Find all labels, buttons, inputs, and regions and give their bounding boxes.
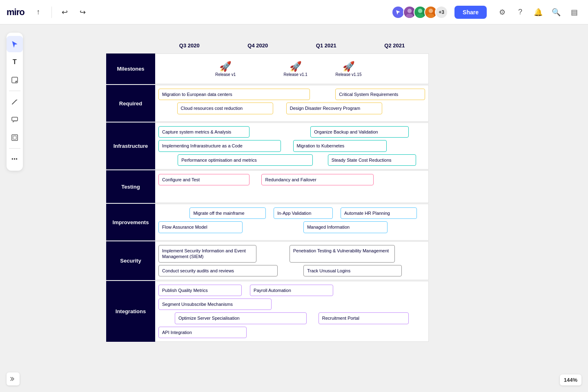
svg-point-2 — [418, 9, 423, 13]
milestone-v11-icon: 🚀 — [290, 61, 302, 72]
card-cloud[interactable]: Cloud resources cost reduction — [177, 102, 273, 114]
search-icon-button[interactable]: 🔍 — [549, 5, 564, 20]
testing-label: Testing — [106, 170, 155, 203]
svg-rect-9 — [12, 135, 18, 140]
improvements-content: Migrate off the mainframe In-App Validat… — [155, 204, 429, 241]
infrastructure-content: Capture system metrics & Analysis Organi… — [155, 122, 429, 169]
notifications-icon-button[interactable]: 🔔 — [531, 5, 546, 20]
integrations-row-4: API Integration — [158, 327, 425, 338]
card-flow[interactable]: Flow Assurance Model — [158, 221, 243, 233]
toolbar-divider-2 — [9, 148, 20, 149]
card-critical[interactable]: Critical System Requirements — [335, 89, 425, 100]
card-optimize[interactable]: Optimize Server Specialisation — [175, 312, 307, 324]
collapse-button[interactable] — [7, 372, 20, 385]
card-performance[interactable]: Performance optimisation and metrics — [178, 154, 313, 166]
divider-1 — [51, 7, 52, 18]
card-penetration[interactable]: Penetration Testing & Vulnerability Mana… — [290, 245, 395, 263]
card-migrate[interactable]: Migrate off the mainframe — [189, 207, 266, 219]
card-segment[interactable]: Segment Unsubscribe Mechanisms — [158, 298, 272, 310]
undo-button[interactable]: ↩ — [58, 5, 72, 20]
spacer-int3c — [411, 312, 425, 324]
card-recruitment[interactable]: Recruitment Portal — [318, 312, 409, 324]
required-content: Migration to European data centers Criti… — [155, 85, 429, 122]
improvements-row-1: Migrate off the mainframe In-App Validat… — [158, 207, 425, 219]
spacer-int3b — [309, 312, 316, 324]
sticky-tool[interactable] — [7, 72, 23, 88]
logo: miro — [7, 7, 24, 18]
spacer-i2b — [389, 140, 425, 151]
milestone-v115-icon: 🚀 — [343, 61, 355, 72]
milestone-v11-label: Release v1.1 — [283, 72, 307, 77]
svg-point-3 — [416, 13, 424, 18]
spacer-t1 — [252, 174, 259, 185]
card-capture[interactable]: Capture system metrics & Analysis — [158, 126, 249, 138]
toolbar-divider — [9, 91, 20, 91]
spacer-i3c — [419, 154, 425, 166]
quarter-q4: Q4 2020 — [224, 41, 292, 50]
settings-icon-button[interactable]: ⚙ — [495, 5, 510, 20]
quarter-q2: Q2 2021 — [361, 41, 429, 50]
milestone-v115-label: Release v1.15 — [336, 72, 362, 77]
improvements-row-2: Flow Assurance Model Managed Information — [158, 221, 425, 233]
card-disaster[interactable]: Design Disaster Recovery Program — [286, 102, 382, 114]
upload-button[interactable]: ↑ — [31, 5, 46, 20]
help-icon-button[interactable]: ? — [513, 5, 528, 20]
svg-point-5 — [427, 13, 434, 18]
frame-tool[interactable] — [7, 129, 23, 146]
spacer-i1b — [411, 126, 425, 138]
card-api[interactable]: API Integration — [158, 327, 247, 338]
svg-rect-10 — [13, 136, 16, 139]
canvas[interactable]: Q3 2020 Q4 2020 Q1 2021 Q2 2021 Mileston… — [0, 24, 588, 392]
integrations-row-2: Segment Unsubscribe Mechanisms — [158, 298, 425, 310]
security-content: Implement Security Information and Event… — [155, 241, 429, 280]
security-row-1: Implement Security Information and Event… — [158, 245, 425, 263]
spacer-int2a — [274, 298, 425, 310]
spacer-sec1b — [397, 245, 425, 263]
spacer-i3a — [158, 154, 175, 166]
testing-row-1: Configure and Test Redundancy and Failov… — [158, 174, 425, 185]
milestone-v11: 🚀 Release v1.1 — [283, 54, 307, 84]
card-organize[interactable]: Organize Backup and Validation — [310, 126, 408, 138]
card-implementing[interactable]: Implementing Infrarastructure as a Code — [158, 140, 281, 151]
milestone-v1-label: Release v1 — [215, 72, 236, 77]
card-configure[interactable]: Configure and Test — [158, 174, 249, 185]
card-kubernetes[interactable]: Migration to Kubernetes — [293, 140, 387, 151]
improvements-label: Improvements — [106, 204, 155, 241]
panel-icon-button[interactable]: ▤ — [567, 5, 581, 20]
pen-tool[interactable] — [7, 94, 23, 110]
cursor-avatar — [392, 7, 404, 18]
spacer-imp1d — [419, 207, 425, 219]
security-row-2: Conduct security audits and reviews Trac… — [158, 265, 425, 276]
card-publish[interactable]: Publish Quality Metrics — [158, 285, 242, 296]
card-payroll[interactable]: Payroll Automation — [250, 285, 333, 296]
text-tool[interactable]: T — [7, 54, 23, 70]
more-tools[interactable]: ••• — [7, 151, 23, 167]
integrations-row-3: Optimize Server Specialisation Recruitme… — [158, 312, 425, 324]
card-audits[interactable]: Conduct security audits and reviews — [158, 265, 278, 276]
card-inapp[interactable]: In-App Validation — [274, 207, 333, 219]
card-automate[interactable]: Automate HR Planning — [341, 207, 417, 219]
spacer-r1 — [312, 89, 333, 100]
required-row-2: Cloud resources cost reduction Design Di… — [158, 102, 425, 114]
svg-point-1 — [406, 13, 413, 18]
card-redundancy[interactable]: Redundancy and Failover — [261, 174, 374, 185]
avatar-count: +3 — [435, 6, 448, 19]
spacer-r2a — [158, 102, 175, 114]
share-button[interactable]: Share — [454, 6, 487, 19]
card-managed[interactable]: Managed Information — [303, 221, 388, 233]
integrations-label: Integrations — [106, 281, 155, 342]
comment-tool[interactable] — [7, 111, 23, 128]
card-migration[interactable]: Migration to European data centers — [158, 89, 310, 100]
quarter-q1: Q1 2021 — [292, 41, 361, 50]
avatar-group: +3 — [392, 6, 448, 19]
redo-button[interactable]: ↪ — [76, 5, 90, 20]
cursor-tool[interactable] — [7, 36, 23, 52]
card-unusual[interactable]: Track Unusual Logins — [303, 265, 401, 276]
card-steady[interactable]: Steady State Cost Reductions — [328, 154, 416, 166]
integrations-content: Publish Quality Metrics Payroll Automati… — [155, 281, 429, 342]
card-siem[interactable]: Implement Security Information and Event… — [158, 245, 256, 263]
integrations-section: Integrations Publish Quality Metrics Pay… — [106, 281, 429, 342]
spacer-sec2a — [280, 265, 301, 276]
improvements-section: Improvements Migrate off the mainframe I… — [106, 204, 429, 241]
spacer-r2c — [385, 102, 425, 114]
